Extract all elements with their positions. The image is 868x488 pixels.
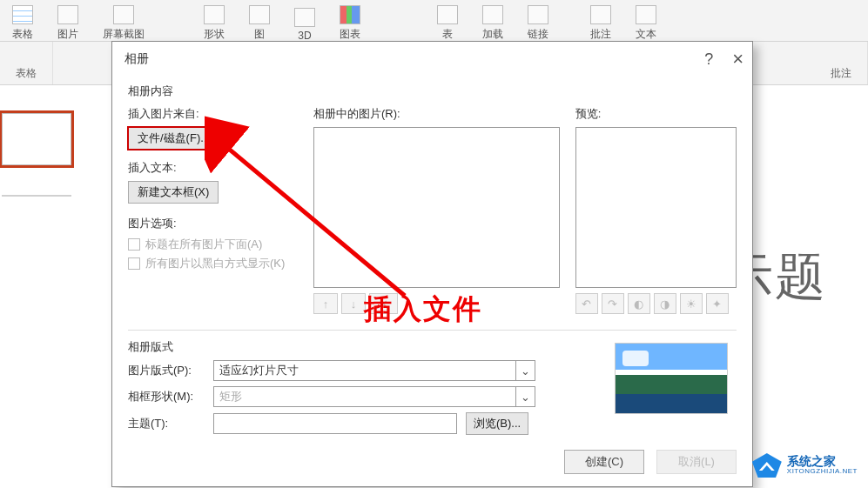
option-bw-label: 所有图片以黑白方式显示(K) [145, 256, 285, 271]
ribbon-label: 表格 [12, 27, 33, 42]
watermark-zh: 系统之家 [787, 455, 858, 468]
ribbon-item-picture[interactable]: 图片 [45, 2, 91, 43]
option-caption-label: 标题在所有图片下面(A) [145, 237, 262, 252]
cube-icon [294, 8, 315, 27]
remove-button[interactable]: ✕ [369, 293, 398, 314]
slide-insertion-marker [2, 195, 71, 197]
dialog-titlebar: 相册 ? × [112, 42, 752, 77]
insert-from-label: 插入图片来自: [128, 106, 298, 122]
watermark-en: XITONGZHIJIA.NET [787, 468, 858, 476]
chart-icon [340, 5, 360, 24]
ribbon-label: 图表 [340, 27, 360, 42]
ribbon-item-table2[interactable]: 表 [425, 2, 470, 43]
pic-layout-combo[interactable]: 适应幻灯片尺寸 ⌄ [213, 360, 535, 381]
text-icon [636, 5, 656, 24]
slide-thumbnail-1[interactable] [2, 113, 71, 165]
checkbox-icon [128, 257, 140, 270]
ribbon-label: 图片 [57, 27, 78, 42]
preview-label: 预览: [575, 106, 737, 122]
ribbon-item-addins[interactable]: 加载 [470, 2, 515, 43]
new-textbox-button[interactable]: 新建文本框(X) [128, 181, 219, 204]
contrast-down-button[interactable]: ◐ [628, 293, 650, 314]
options-label: 图片选项: [128, 216, 298, 231]
ribbon-group-comment: 批注 [815, 42, 868, 84]
section-content-label: 相册内容 [128, 84, 737, 99]
option-bw-row[interactable]: 所有图片以黑白方式显示(K) [128, 256, 298, 271]
file-disk-button[interactable]: 文件/磁盘(F)... [128, 127, 219, 150]
ribbon-label: 加载 [482, 27, 503, 42]
ribbon-item-chart[interactable]: 图表 [327, 2, 373, 43]
ribbon-label: 链接 [528, 27, 548, 42]
screenshot-icon [113, 5, 134, 24]
shapes-icon [204, 5, 225, 24]
watermark-logo-icon [752, 453, 782, 478]
ribbon-item-comment[interactable]: 批注 [578, 2, 623, 43]
insert-text-label: 插入文本: [128, 160, 298, 176]
pictures-in-album-label: 相册中的图片(R): [313, 106, 560, 122]
move-up-button[interactable]: ↑ [313, 293, 338, 314]
layout-preview-image [615, 343, 728, 414]
ribbon: 表格 图片 屏幕截图 形状 图 3D 图表 表 加载 链接 批注 文本 [0, 0, 868, 42]
divider [128, 330, 737, 331]
ribbon-item-smartart[interactable]: 图 [237, 2, 282, 43]
picture-icon [57, 5, 78, 24]
pic-layout-label: 图片版式(P): [128, 363, 205, 378]
cancel-button[interactable]: 取消(L) [656, 450, 737, 474]
theme-input[interactable] [213, 413, 457, 434]
create-button[interactable]: 创建(C) [564, 450, 644, 474]
ribbon-group-table: 表格 [0, 42, 53, 84]
ribbon-item-link[interactable]: 链接 [515, 2, 561, 43]
chevron-down-icon: ⌄ [515, 387, 535, 406]
browse-button[interactable]: 浏览(B)... [466, 412, 528, 435]
ribbon-label: 3D [298, 30, 311, 42]
frame-shape-value: 矩形 [219, 389, 242, 404]
ribbon-item-text[interactable]: 文本 [623, 2, 669, 43]
dialog-footer: 创建(C) 取消(L) [112, 441, 752, 486]
help-button[interactable]: ? [704, 50, 713, 69]
rotate-left-button[interactable]: ↶ [575, 293, 598, 314]
ribbon-label: 图 [254, 27, 265, 42]
chevron-down-icon: ⌄ [515, 361, 535, 380]
image-icon [249, 5, 270, 24]
ribbon-items: 表格 图片 屏幕截图 形状 图 3D 图表 表 加载 链接 批注 文本 [0, 2, 669, 43]
theme-label: 主题(T): [128, 416, 205, 431]
pictures-listbox[interactable] [313, 127, 560, 288]
watermark: 系统之家 XITONGZHIJIA.NET [752, 453, 858, 478]
brightness-down-button[interactable]: ✦ [706, 293, 729, 314]
comment-icon [590, 5, 611, 24]
ribbon-item-screenshot[interactable]: 屏幕截图 [91, 2, 157, 43]
ribbon-item-table[interactable]: 表格 [0, 2, 45, 43]
photo-album-dialog: 相册 ? × 相册内容 插入图片来自: 文件/磁盘(F)... 插入文本: 新建… [111, 41, 753, 487]
preview-box [575, 127, 737, 288]
ribbon-label: 文本 [636, 27, 656, 42]
contrast-up-button[interactable]: ◑ [654, 293, 676, 314]
ribbon-label: 表 [442, 27, 453, 42]
pic-layout-value: 适应幻灯片尺寸 [219, 363, 299, 378]
ribbon-item-shapes[interactable]: 形状 [192, 2, 237, 43]
dialog-title: 相册 [124, 51, 149, 67]
close-button[interactable]: × [732, 48, 744, 70]
option-caption-row[interactable]: 标题在所有图片下面(A) [128, 237, 298, 252]
frame-shape-label: 相框形状(M): [128, 389, 205, 404]
move-down-button[interactable]: ↓ [341, 293, 366, 314]
ribbon-item-3d[interactable]: 3D [282, 2, 327, 43]
addins-icon [482, 5, 503, 24]
ribbon-label: 批注 [590, 27, 611, 42]
frame-shape-combo[interactable]: 矩形 ⌄ [213, 386, 535, 407]
brightness-up-button[interactable]: ☀ [680, 293, 703, 314]
rotate-right-button[interactable]: ↷ [602, 293, 624, 314]
ribbon-label: 形状 [204, 27, 225, 42]
ribbon-label: 屏幕截图 [103, 27, 145, 42]
link-icon [528, 5, 548, 24]
form-icon [437, 5, 458, 24]
checkbox-icon [128, 238, 140, 251]
table-icon [12, 5, 33, 24]
